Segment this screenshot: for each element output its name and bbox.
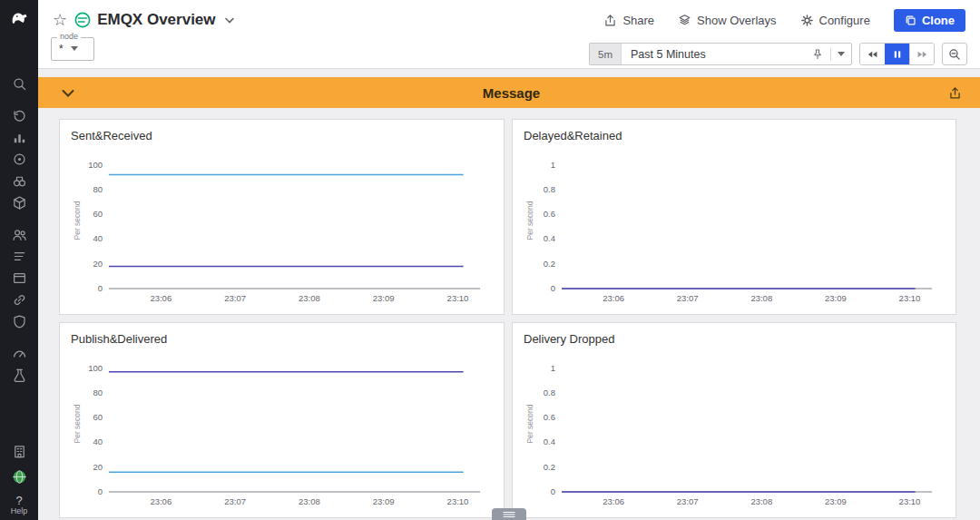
svg-text:0: 0 [98, 486, 103, 496]
svg-text:23:10: 23:10 [447, 496, 469, 506]
time-nav-group [859, 43, 935, 65]
svg-text:23:09: 23:09 [825, 496, 847, 506]
package-icon[interactable] [6, 193, 32, 211]
line-chart[interactable]: 020406080100Per second23:0623:0723:0823:… [69, 145, 495, 305]
group-title: Message [74, 85, 948, 101]
line-chart[interactable]: 00.20.40.60.81Per second23:0623:0723:082… [522, 348, 946, 508]
svg-text:0.4: 0.4 [544, 233, 555, 243]
share-icon [603, 14, 617, 27]
line-chart[interactable]: 00.20.40.60.81Per second23:0623:0723:082… [522, 145, 946, 305]
svg-text:Per second: Per second [73, 201, 82, 240]
chevron-down-icon [71, 46, 78, 51]
copy-icon [905, 15, 916, 26]
pause-button[interactable] [885, 44, 909, 64]
divider [830, 48, 831, 61]
favorite-star-icon[interactable]: ☆ [53, 12, 67, 28]
svg-text:0.6: 0.6 [544, 209, 555, 219]
export-group-icon[interactable] [948, 86, 962, 100]
search-icon[interactable] [6, 74, 32, 93]
chart-panel-sent-received: Sent&Received 020406080100Per second23:0… [59, 119, 505, 315]
chart-title: Sent&Received [71, 129, 495, 142]
svg-text:80: 80 [93, 388, 103, 397]
app-logo-icon[interactable] [0, 0, 38, 38]
svg-text:23:08: 23:08 [750, 293, 772, 303]
question-icon: ? [15, 495, 22, 506]
svg-text:23:06: 23:06 [603, 496, 624, 506]
title-dropdown-icon[interactable] [225, 17, 234, 24]
svg-text:23:08: 23:08 [750, 496, 772, 506]
link-icon[interactable] [6, 290, 32, 309]
group-header-message[interactable]: Message [38, 77, 980, 108]
svg-text:0: 0 [98, 283, 103, 293]
gauge-icon[interactable] [6, 344, 32, 362]
density-toggle[interactable] [492, 508, 526, 520]
dashboard-content: Message Sent&Received 020406080100Per se… [38, 69, 980, 520]
users-icon[interactable] [6, 225, 32, 243]
svg-text:23:06: 23:06 [150, 293, 172, 303]
zoom-out-button[interactable] [942, 43, 967, 65]
shield-icon[interactable] [6, 312, 32, 330]
svg-text:0.2: 0.2 [544, 259, 555, 269]
node-filter-select[interactable]: node * [51, 37, 94, 61]
svg-text:23:06: 23:06 [150, 496, 172, 506]
svg-text:23:07: 23:07 [677, 293, 699, 303]
svg-text:Per second: Per second [525, 201, 534, 240]
svg-text:80: 80 [93, 184, 103, 194]
building-icon[interactable] [6, 442, 32, 460]
gear-icon [800, 14, 814, 27]
configure-button[interactable]: Configure [800, 14, 870, 27]
emqx-logo-icon [74, 11, 92, 29]
svg-text:23:08: 23:08 [299, 496, 320, 506]
overlays-icon [678, 14, 691, 27]
clone-button[interactable]: Clone [894, 9, 965, 32]
svg-text:100: 100 [88, 363, 103, 373]
svg-text:23:07: 23:07 [224, 496, 246, 506]
dashboard-toolbar: node * 5m Past 5 Minutes [38, 40, 980, 69]
metrics-icon[interactable] [6, 128, 32, 146]
svg-text:20: 20 [93, 462, 103, 472]
svg-text:23:07: 23:07 [677, 496, 699, 506]
svg-text:100: 100 [88, 160, 103, 170]
globe-icon[interactable] [6, 467, 32, 486]
svg-text:23:09: 23:09 [373, 293, 395, 303]
history-icon[interactable] [6, 106, 32, 124]
svg-text:Per second: Per second [525, 404, 534, 443]
chart-panel-delayed-retained: Delayed&Retained 00.20.40.60.81Per secon… [512, 119, 956, 315]
flask-icon[interactable] [6, 366, 32, 384]
show-overlays-button[interactable]: Show Overlays [678, 14, 776, 27]
svg-text:0: 0 [551, 283, 555, 293]
time-backward-button[interactable] [860, 44, 885, 64]
pause-icon [891, 49, 904, 60]
svg-text:23:06: 23:06 [603, 293, 624, 303]
window-icon[interactable] [6, 269, 32, 287]
chart-title: Delivery Dropped [524, 332, 946, 346]
help-button[interactable]: ? Help [11, 495, 28, 515]
svg-text:60: 60 [93, 412, 103, 422]
svg-text:20: 20 [93, 259, 103, 269]
time-forward-button[interactable] [909, 44, 934, 64]
fast-forward-icon [916, 49, 929, 60]
svg-text:23:09: 23:09 [825, 293, 847, 303]
svg-text:23:10: 23:10 [899, 496, 921, 506]
chart-title: Publish&Delivered [71, 332, 495, 346]
line-chart[interactable]: 020406080100Per second23:0623:0723:0823:… [69, 348, 495, 508]
share-button[interactable]: Share [603, 14, 654, 27]
binoculars-icon[interactable] [6, 172, 32, 190]
watchdog-icon[interactable] [6, 150, 32, 168]
node-filter-label: node [57, 32, 81, 41]
svg-text:0.4: 0.4 [544, 437, 555, 446]
chart-panel-publish-delivered: Publish&Delivered 020406080100Per second… [59, 322, 505, 518]
svg-text:23:10: 23:10 [899, 293, 921, 303]
chart-title: Delayed&Retained [524, 129, 946, 142]
svg-text:23:07: 23:07 [224, 293, 246, 303]
svg-text:0.6: 0.6 [544, 412, 555, 422]
logs-icon[interactable] [6, 247, 32, 265]
svg-text:23:08: 23:08 [299, 293, 320, 303]
time-range-picker[interactable]: 5m Past 5 Minutes [589, 43, 852, 65]
main-area: ☆ EMQX Overview Share Show O [38, 0, 980, 520]
pin-icon[interactable] [811, 48, 824, 61]
collapse-group-icon[interactable] [62, 89, 74, 97]
svg-text:0.8: 0.8 [544, 388, 555, 397]
time-dropdown-icon[interactable] [838, 52, 845, 56]
svg-text:40: 40 [93, 233, 103, 243]
